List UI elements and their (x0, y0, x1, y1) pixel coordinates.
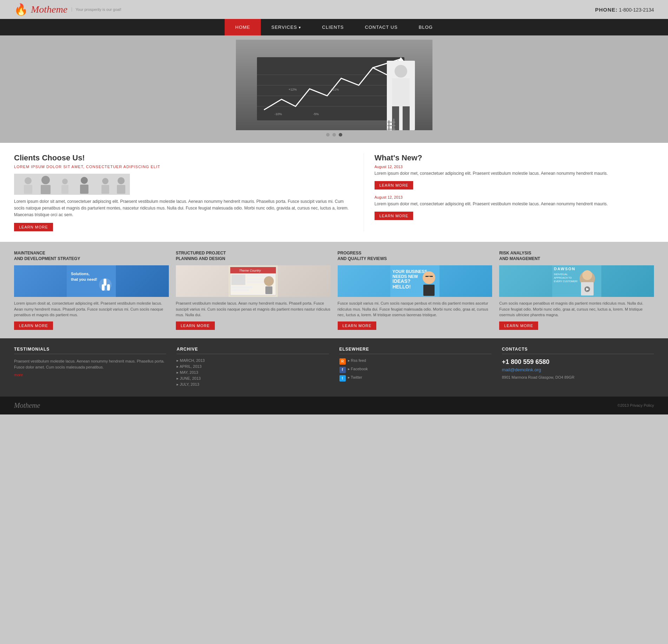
service-btn-3[interactable]: LEARN MORE (338, 321, 377, 330)
service-item-3: PROGRESSAND QUALITY REVIEWS YOUR BUSINES… (338, 250, 492, 330)
footer: TESTIMONIALS Praesent vestibulum molesti… (0, 338, 668, 397)
svg-rect-27 (41, 185, 51, 194)
hero-dots (0, 133, 668, 137)
footer-twitter-link[interactable]: Twitter (348, 375, 362, 380)
footer-testimonials-text: Praesent vestibulum molestie lacus. Aene… (14, 358, 166, 371)
twitter-icon: t (339, 375, 346, 381)
hero-dot-3[interactable] (339, 133, 342, 137)
news-body-2: Lorem ipsum dolor met, consectetuer adip… (375, 201, 654, 207)
hero-dot-2[interactable] (332, 133, 336, 137)
svg-point-60 (423, 271, 435, 284)
svg-rect-25 (24, 185, 32, 194)
svg-text:HELLO!: HELLO! (392, 284, 411, 290)
svg-text:IDEAS?: IDEAS? (392, 278, 410, 284)
news-post-2: August 12, 2013 Lorem ipsum dolor met, c… (375, 195, 654, 220)
whats-new-title: What's New? (375, 153, 654, 162)
footer-rss[interactable]: R Rss feed (339, 358, 491, 365)
footer-phone: +1 800 559 6580 (502, 358, 654, 366)
svg-text:-10%: -10% (275, 112, 282, 116)
footer-archive-july[interactable]: JULY, 2013 (177, 382, 329, 387)
service-btn-4[interactable]: LEARN MORE (499, 321, 538, 330)
svg-text:Theme Country: Theme Country (239, 269, 261, 272)
nav-services[interactable]: SERVICES (261, 19, 312, 35)
footer-email: mail@demolink.org (502, 367, 654, 372)
svg-rect-47 (231, 274, 245, 285)
svg-rect-13 (403, 106, 410, 130)
svg-text:APPROACH TO: APPROACH TO (554, 277, 572, 279)
news-body-1: Lorem ipsum dolor met, consectetuer adip… (375, 170, 654, 177)
svg-point-10 (395, 65, 407, 78)
svg-rect-62 (425, 276, 428, 277)
footer-archive-title: ARCHIVE (177, 347, 329, 354)
phone-display: PHONE: 1-800-123-2134 (595, 7, 654, 13)
footer-archive-june[interactable]: JUNE, 2013 (177, 376, 329, 381)
svg-rect-42 (107, 284, 110, 291)
footer-testimonials-title: TESTIMONIALS (14, 347, 166, 354)
main-nav: HOME SERVICES CLIENTS CONTACT US BLOG (0, 19, 668, 35)
footer-elsewhere: ELSEWHERE R Rss feed f Facebook t Twitte… (339, 347, 491, 388)
svg-text:Solutions,: Solutions, (71, 272, 90, 276)
footer-archive: ARCHIVE MARCH, 2013 APRIL, 2013 MAY, 201… (177, 347, 329, 388)
svg-text:+12%: +12% (289, 88, 297, 91)
service-item-1: MAINTENANCEAND DEVELOPMENT STRATEGY Solu… (14, 250, 169, 330)
main-content: Clients Choose Us! LOREM IPSUM DOLOR SIT… (0, 143, 668, 242)
phone-number: 1-800-123-2134 (619, 7, 654, 13)
footer-testimonials-more[interactable]: more (14, 373, 166, 377)
svg-point-26 (41, 176, 50, 184)
news-post-1: August 12, 2013 Lorem ipsum dolor met, c… (375, 165, 654, 190)
clients-image (14, 174, 130, 195)
news-date-1: August 12, 2013 (375, 165, 654, 169)
footer-rss-link[interactable]: Rss feed (348, 358, 366, 363)
svg-rect-61 (423, 285, 435, 296)
svg-rect-35 (117, 185, 125, 194)
svg-rect-29 (61, 185, 68, 194)
news-learn-more-button-2[interactable]: LEARN MORE (375, 212, 414, 220)
svg-rect-54 (265, 286, 272, 294)
footer-facebook[interactable]: f Facebook (339, 367, 491, 373)
service-item-4: RISK ANALYSISAND MANAGEMENT DAWSON INDIV… (499, 250, 654, 330)
logo-brand-name: Motheme (31, 4, 67, 15)
service-body-3: Fusce suscipit varius mi. Cum sociis nao… (338, 300, 492, 318)
service-title-3: PROGRESSAND QUALITY REVIEWS (338, 250, 492, 262)
service-body-1: Lorem ipsum dosit at, consectetuer adipi… (14, 300, 169, 318)
svg-text:YOUR BUSINESS: YOUR BUSINESS (392, 269, 427, 274)
bottom-bar: Motheme ©2013 Privacy Policy (0, 397, 668, 414)
services-section: MAINTENANCEAND DEVELOPMENT STRATEGY Solu… (0, 242, 668, 338)
rss-icon: R (339, 358, 346, 365)
svg-rect-41 (102, 284, 105, 291)
whats-new-section: What's New? August 12, 2013 Lorem ipsum … (364, 153, 654, 231)
svg-point-71 (582, 270, 592, 280)
hero-section: +12% +11% -10% -5% (0, 35, 668, 143)
service-image-1: Solutions, that you need! (14, 265, 169, 297)
footer-archive-may[interactable]: MAY, 2013 (177, 370, 329, 375)
service-body-4: Cum sociis naoque penatibus et magnis di… (499, 300, 654, 318)
svg-rect-51 (231, 286, 252, 288)
bottom-copy: ©2013 Privacy Policy (617, 403, 654, 407)
clients-body: Lorem ipsum dolor sit amet, consectetuer… (14, 198, 350, 219)
footer-archive-march[interactable]: MARCH, 2013 (177, 358, 329, 363)
clients-learn-more-button[interactable]: LEARN MORE (14, 223, 53, 231)
news-learn-more-button-1[interactable]: LEARN MORE (375, 181, 414, 190)
svg-rect-31 (80, 185, 88, 194)
svg-point-34 (118, 177, 125, 184)
svg-text:DAWSON: DAWSON (554, 267, 576, 271)
footer-archive-april[interactable]: APRIL, 2013 (177, 364, 329, 369)
hero-slider: +12% +11% -10% -5% (236, 40, 432, 130)
clients-title: Clients Choose Us! (14, 153, 350, 162)
footer-facebook-link[interactable]: Facebook (348, 367, 368, 371)
logo[interactable]: 🔥 Motheme Your prosperity is our goal! (14, 3, 121, 16)
footer-elsewhere-title: ELSEWHERE (339, 347, 491, 354)
svg-point-30 (81, 177, 88, 184)
svg-rect-12 (392, 106, 399, 130)
clients-subtitle: LOREM IPSUM DOLOR SIT AMET, CONSECTETUER… (14, 165, 350, 169)
hero-dot-1[interactable] (326, 133, 330, 137)
nav-contact[interactable]: CONTACT US (355, 19, 408, 35)
footer-testimonials: TESTIMONIALS Praesent vestibulum molesti… (14, 347, 166, 388)
nav-home[interactable]: HOME (225, 19, 261, 35)
service-btn-2[interactable]: LEARN MORE (176, 321, 215, 330)
nav-blog[interactable]: BLOG (408, 19, 443, 35)
service-btn-1[interactable]: LEARN MORE (14, 321, 53, 330)
nav-clients[interactable]: CLIENTS (312, 19, 355, 35)
clients-section: Clients Choose Us! LOREM IPSUM DOLOR SIT… (14, 153, 350, 231)
footer-twitter[interactable]: t Twitter (339, 375, 491, 381)
